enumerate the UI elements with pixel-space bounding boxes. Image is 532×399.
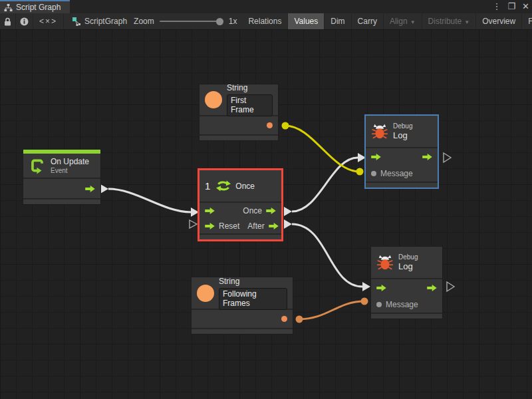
exec-output-port[interactable] <box>427 285 437 291</box>
window-close-icon[interactable]: ✕ <box>522 0 529 13</box>
dim-button[interactable]: Dim <box>325 13 351 29</box>
zoom-value: 1x <box>229 17 237 26</box>
port-label-once: Once <box>243 206 262 215</box>
exec-input-port-reset[interactable] <box>205 223 215 229</box>
node-title: Log <box>398 261 418 271</box>
data-endpoint-dot <box>356 168 364 176</box>
unconnected-port-triangle-debugbottom-out[interactable] <box>447 282 454 291</box>
info-button[interactable] <box>16 13 33 29</box>
node-footer <box>23 198 100 204</box>
string-output-port[interactable] <box>267 122 273 128</box>
node-subtitle: Debug <box>393 122 412 130</box>
message-input-port[interactable] <box>376 302 382 307</box>
connection-stringfirst-to-debugtop[interactable] <box>285 126 360 172</box>
align-label: Align <box>390 17 408 26</box>
code-icon: <×> <box>39 17 57 26</box>
connection-once-to-debug-top[interactable] <box>292 158 358 211</box>
node-string-following-frames[interactable]: String Following Frames <box>192 277 293 334</box>
graph-reference[interactable]: ScriptGraph <box>64 13 134 29</box>
tab-title: Script Graph <box>16 3 61 12</box>
node-footer <box>200 233 281 239</box>
graph-toolbar: <×> ScriptGraph Zoom 1x Relations Values… <box>0 13 532 30</box>
node-footer <box>371 313 442 319</box>
node-footer <box>366 182 438 188</box>
lock-button[interactable] <box>0 13 16 29</box>
string-value-input[interactable]: Following Frames <box>219 288 287 310</box>
connection-stringfollowing-to-debugbottom[interactable] <box>299 301 364 319</box>
node-title: String <box>219 277 287 286</box>
relations-button[interactable]: Relations <box>242 13 288 29</box>
overview-button[interactable]: Overview <box>476 13 522 29</box>
port-label-reset: Reset <box>219 221 239 231</box>
carry-button[interactable]: Carry <box>352 13 384 29</box>
node-subtitle: Event <box>51 167 89 174</box>
string-output-port[interactable] <box>281 316 287 322</box>
node-subtitle: Debug <box>398 253 418 261</box>
chevron-down-icon: ▼ <box>410 19 416 25</box>
window-tab-bar: Script Graph ⋮ ❐ ✕ <box>0 0 532 13</box>
exec-output-port[interactable] <box>422 154 432 160</box>
connection-once-to-debug-bottom[interactable] <box>292 224 362 287</box>
string-value-input[interactable]: First Frame <box>227 94 273 116</box>
data-endpoint-dot <box>361 298 368 305</box>
exec-arrowhead <box>362 282 370 291</box>
exec-output-port-once[interactable] <box>266 207 276 214</box>
zoom-control: Zoom 1x <box>134 13 242 29</box>
exec-input-port[interactable] <box>376 285 386 291</box>
exec-source-triangle <box>284 219 292 229</box>
zoom-label: Zoom <box>134 17 154 26</box>
chevron-down-icon: ▼ <box>464 19 469 25</box>
once-badge: 1 <box>205 180 210 192</box>
bug-icon <box>376 254 394 271</box>
unconnected-port-triangle-reset[interactable] <box>190 220 197 228</box>
graph-reference-label: ScriptGraph <box>84 17 127 26</box>
node-title: String <box>227 83 273 92</box>
zoom-slider-handle[interactable] <box>216 18 223 25</box>
node-on-update[interactable]: On Update Event <box>23 150 100 204</box>
unconnected-port-triangle-debugtop-out[interactable] <box>444 153 451 162</box>
exec-source-triangle <box>100 184 108 194</box>
tab-script-graph[interactable]: Script Graph <box>0 0 70 13</box>
graph-canvas[interactable]: String First Frame On Update Event <box>0 30 532 399</box>
distribute-button[interactable]: Distribute ▼ <box>422 13 477 29</box>
exec-output-port[interactable] <box>85 186 95 192</box>
exec-arrowhead <box>358 153 366 162</box>
node-title: Log <box>393 130 412 140</box>
exec-arrowhead <box>191 207 199 217</box>
exec-input-port[interactable] <box>371 154 381 160</box>
bug-icon <box>371 123 388 140</box>
string-type-icon <box>197 285 214 302</box>
on-update-loop-icon <box>29 157 46 174</box>
window-maximize-icon[interactable]: ❐ <box>507 0 515 13</box>
string-type-icon <box>205 91 222 108</box>
exec-input-port[interactable] <box>205 207 215 214</box>
edit-code-button[interactable]: <×> <box>33 13 64 29</box>
node-footer <box>192 328 293 334</box>
node-string-first-frame[interactable]: String First Frame <box>200 84 278 140</box>
once-cycle-icon <box>216 180 231 192</box>
port-label-message: Message <box>380 169 413 178</box>
message-input-port[interactable] <box>371 171 376 176</box>
distribute-label: Distribute <box>428 17 462 26</box>
node-footer <box>200 134 278 140</box>
window-menu-icon[interactable]: ⋮ <box>492 0 501 13</box>
exec-source-triangle <box>284 207 292 216</box>
values-button[interactable]: Values <box>288 13 325 29</box>
connection-onupdate-to-once[interactable] <box>108 189 191 212</box>
node-title: On Update <box>51 157 89 166</box>
exec-output-port-after[interactable] <box>269 223 279 229</box>
fullscreen-button[interactable]: Full Screen <box>522 13 532 29</box>
align-button[interactable]: Align ▼ <box>384 13 422 29</box>
node-title: Once <box>235 182 255 191</box>
graph-hierarchy-icon <box>4 3 13 12</box>
info-icon <box>20 17 29 26</box>
node-debug-log-bottom[interactable]: Debug Log Message <box>371 247 442 319</box>
node-debug-log-top[interactable]: Debug Log Message <box>366 116 438 188</box>
node-once[interactable]: 1 Once Once Reset After <box>200 170 281 239</box>
port-label-message: Message <box>386 300 418 309</box>
script-graph-icon <box>72 17 81 26</box>
zoom-slider[interactable] <box>160 21 223 22</box>
lock-icon <box>4 17 11 26</box>
port-label-after: After <box>247 221 264 231</box>
